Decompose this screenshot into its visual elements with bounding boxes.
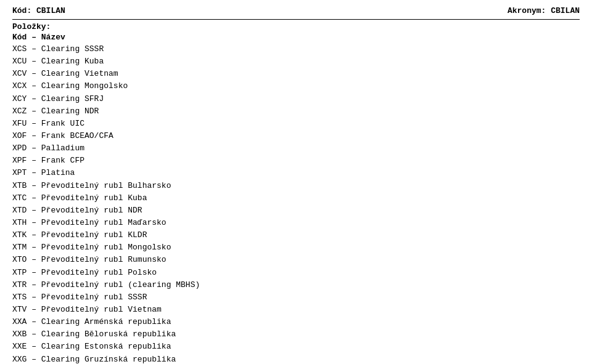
list-item: XTD – Převoditelný rubl NDR xyxy=(12,204,580,217)
list-item: XTK – Převoditelný rubl KLDR xyxy=(12,229,580,241)
list-item: XTC – Převoditelný rubl Kuba xyxy=(12,192,580,204)
list-item: XCS – Clearing SSSR xyxy=(12,43,580,55)
list-item: XOF – Frank BCEAO/CFA xyxy=(12,130,580,142)
list-item: XTM – Převoditelný rubl Mongolsko xyxy=(12,241,580,254)
page-header: Kód: CBILAN Akronym: CBILAN xyxy=(12,6,580,15)
section-title: Položky: xyxy=(12,22,580,31)
list-item: XCZ – Clearing NDR xyxy=(12,105,580,118)
header-akronym: Akronym: CBILAN xyxy=(508,6,580,15)
header-divider xyxy=(12,19,580,20)
list-item: XTP – Převoditelný rubl Polsko xyxy=(12,267,580,279)
list-item: XTV – Převoditelný rubl Vietnam xyxy=(12,304,580,316)
list-item: XCV – Clearing Vietnam xyxy=(12,68,580,80)
list-item: XTO – Převoditelný rubl Rumunsko xyxy=(12,254,580,266)
header-kod: Kód: CBILAN xyxy=(12,6,65,15)
page: Kód: CBILAN Akronym: CBILAN Položky: Kód… xyxy=(0,0,592,364)
list-item: XPT – Platina xyxy=(12,167,580,179)
list-item: XCU – Clearing Kuba xyxy=(12,55,580,68)
items-list: XCS – Clearing SSSRXCU – Clearing KubaXC… xyxy=(12,43,580,364)
list-item: XPF – Frank CFP xyxy=(12,155,580,167)
list-item: XFU – Frank UIC xyxy=(12,118,580,130)
column-header: Kód – Název xyxy=(12,33,580,42)
list-item: XCX – Clearing Mongolsko xyxy=(12,80,580,92)
list-item: XTR – Převoditelný rubl (clearing MBHS) xyxy=(12,279,580,291)
list-item: XPD – Palladium xyxy=(12,142,580,155)
list-item: XXG – Clearing Gruzínská republika xyxy=(12,354,580,364)
list-item: XXA – Clearing Arménská republika xyxy=(12,316,580,328)
list-item: XTB – Převoditelný rubl Bulharsko xyxy=(12,180,580,192)
list-item: XTH – Převoditelný rubl Maďarsko xyxy=(12,217,580,229)
list-item: XXE – Clearing Estonská republika xyxy=(12,341,580,353)
list-item: XTS – Převoditelný rubl SSSR xyxy=(12,291,580,304)
list-item: XXB – Clearing Běloruská republika xyxy=(12,328,580,341)
list-item: XCY – Clearing SFRJ xyxy=(12,93,580,105)
